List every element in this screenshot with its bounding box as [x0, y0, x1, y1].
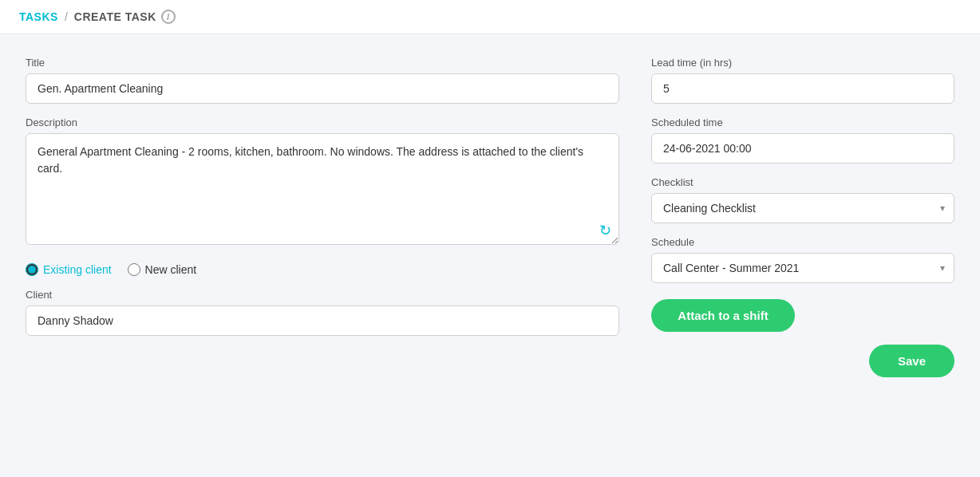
save-button[interactable]: Save [869, 345, 954, 377]
refresh-icon[interactable]: ↻ [599, 222, 611, 239]
checklist-select[interactable]: Cleaning Checklist Standard Checklist [651, 193, 954, 223]
description-wrapper: General Apartment Cleaning - 2 rooms, ki… [26, 133, 619, 247]
new-client-label: New client [145, 263, 197, 276]
save-button-wrapper: Save [651, 345, 954, 377]
scheduled-time-input[interactable] [651, 133, 954, 164]
checklist-select-wrapper: Cleaning Checklist Standard Checklist ▾ [651, 193, 954, 223]
title-label: Title [26, 57, 619, 69]
title-field-group: Title [26, 57, 619, 104]
breadcrumb-tasks[interactable]: TASKS [19, 10, 58, 23]
lead-time-input[interactable] [651, 73, 954, 104]
existing-client-radio[interactable] [26, 263, 38, 276]
attach-to-shift-button[interactable]: Attach to a shift [651, 299, 795, 332]
scheduled-time-label: Scheduled time [651, 116, 954, 128]
left-column: Title Description General Apartment Clea… [26, 57, 619, 377]
breadcrumb-current-label: CREATE TASK [74, 10, 156, 23]
info-icon[interactable]: i [161, 10, 176, 24]
existing-client-radio-label[interactable]: Existing client [26, 263, 112, 276]
new-client-radio[interactable] [128, 263, 140, 276]
existing-client-label: Existing client [43, 263, 112, 276]
breadcrumb-separator: / [65, 10, 68, 23]
schedule-label: Schedule [651, 236, 954, 248]
lead-time-field-group: Lead time (in hrs) [651, 57, 954, 104]
attach-button-wrapper: Attach to a shift [651, 296, 954, 332]
lead-time-label: Lead time (in hrs) [651, 57, 954, 69]
description-textarea[interactable]: General Apartment Cleaning - 2 rooms, ki… [26, 133, 619, 245]
new-client-radio-label[interactable]: New client [128, 263, 197, 276]
breadcrumb-bar: TASKS / CREATE TASK i [0, 0, 980, 34]
schedule-field-group: Schedule Call Center - Summer 2021 Defau… [651, 236, 954, 283]
schedule-select[interactable]: Call Center - Summer 2021 Default Schedu… [651, 253, 954, 283]
client-type-radio-group: Existing client New client [26, 263, 619, 276]
client-input[interactable] [26, 306, 619, 336]
right-column: Lead time (in hrs) Scheduled time Checkl… [651, 57, 954, 377]
description-field-group: Description General Apartment Cleaning -… [26, 116, 619, 247]
checklist-field-group: Checklist Cleaning Checklist Standard Ch… [651, 176, 954, 223]
description-label: Description [26, 116, 619, 128]
breadcrumb-current: CREATE TASK i [74, 10, 176, 24]
schedule-select-wrapper: Call Center - Summer 2021 Default Schedu… [651, 253, 954, 283]
title-input[interactable] [26, 73, 619, 104]
scheduled-time-field-group: Scheduled time [651, 116, 954, 164]
checklist-label: Checklist [651, 176, 954, 188]
client-label: Client [26, 289, 619, 301]
client-field-group: Client [26, 289, 619, 336]
